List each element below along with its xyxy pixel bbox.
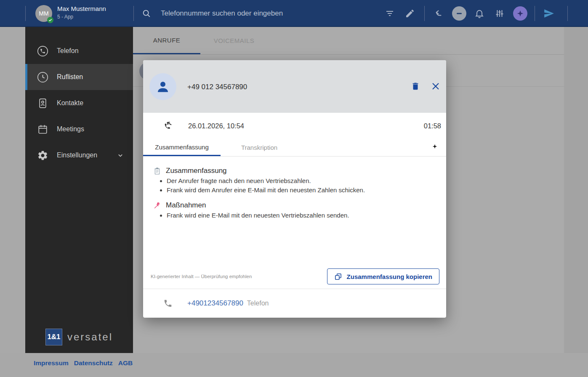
- logo-versatel: versatel: [67, 331, 113, 343]
- close-icon: [431, 81, 441, 91]
- summary-bullet: Der Anrufer fragte nach den neuen Vertri…: [167, 177, 436, 184]
- sparkle-icon: [432, 143, 438, 149]
- tab-zusammenfassung[interactable]: Zusammenfassung: [143, 139, 221, 156]
- sidebar-item-label: Ruflisten: [57, 73, 83, 81]
- clock-icon: [37, 72, 48, 83]
- notifications-bell-icon[interactable]: [474, 8, 484, 19]
- modal-tabbar: Zusammenfassung Transkription: [143, 139, 446, 157]
- call-forward-icon[interactable]: [434, 8, 444, 19]
- tab-anrufe[interactable]: ANRUFE: [133, 27, 200, 54]
- summary-bullets: Der Anrufer fragte nach den neuen Vertri…: [153, 177, 436, 194]
- sidebar-item-label: Einstellungen: [57, 151, 97, 159]
- page-right-margin: [564, 27, 588, 353]
- call-date: 26.01.2026, 10:54: [188, 122, 244, 130]
- actions-heading-row: Maßnahmen: [153, 201, 436, 210]
- user-name: Max Mustermann: [57, 5, 106, 13]
- summary-content: Zusammenfassung Der Anrufer fragte nach …: [143, 157, 446, 264]
- brand-logo: 1&1 versatel: [25, 329, 133, 345]
- link-datenschutz[interactable]: Datenschutz: [74, 359, 113, 367]
- topbar: MM Max Mustermann 5 - App: [0, 0, 588, 27]
- chevron-down-icon: [116, 151, 125, 159]
- sidebar: Telefon Ruflisten Kontakte Meetings Eins…: [25, 27, 133, 353]
- filter-icon[interactable]: [385, 8, 395, 19]
- actions-bullets: Frank wird eine E-Mail mit den neuesten …: [153, 212, 436, 219]
- contact-phone-label: Telefon: [247, 300, 269, 307]
- user-initials: MM: [39, 10, 48, 17]
- topbar-divider: [535, 6, 535, 21]
- page-footer: Impressum Datenschutz AGB: [0, 353, 588, 377]
- call-duration: 01:58: [424, 122, 441, 130]
- delete-call-button[interactable]: [411, 82, 420, 91]
- calendar-icon: [37, 124, 48, 135]
- actions-bullet: Frank wird eine E-Mail mit den neuesten …: [167, 212, 436, 219]
- do-not-disturb-icon[interactable]: [452, 6, 466, 21]
- app-window: MM Max Mustermann 5 - App: [0, 0, 588, 377]
- user-status: 5 - App: [57, 14, 106, 20]
- check-icon: [48, 18, 52, 22]
- status-online-badge: [47, 17, 53, 23]
- actions-heading: Maßnahmen: [166, 201, 206, 210]
- phone-icon: [37, 45, 48, 57]
- user-avatar[interactable]: MM: [35, 5, 52, 22]
- sidebar-item-label: Kontakte: [57, 99, 83, 107]
- phone-icon: [163, 299, 173, 308]
- copy-summary-label: Zusammenfassung kopieren: [347, 273, 432, 280]
- topbar-divider: [567, 6, 568, 21]
- footer-links: Impressum Datenschutz AGB: [34, 359, 133, 367]
- link-agb[interactable]: AGB: [118, 359, 133, 367]
- sidebar-item-label: Meetings: [57, 125, 84, 133]
- copy-summary-button[interactable]: Zusammenfassung kopieren: [327, 268, 439, 284]
- ai-disclaimer-row: KI-generierter Inhalt — Überprüfung empf…: [143, 264, 446, 289]
- topbar-divider: [133, 6, 134, 21]
- summary-heading: Zusammenfassung: [166, 167, 227, 175]
- search-icon: [142, 9, 151, 20]
- sidebar-item-kontakte[interactable]: Kontakte: [25, 90, 133, 116]
- call-meta-row: 26.01.2026, 10:54 01:58: [143, 113, 446, 139]
- contact-avatar: [149, 73, 176, 100]
- sidebar-item-ruflisten[interactable]: Ruflisten: [25, 64, 133, 90]
- ai-generated-note: KI-generierter Inhalt — Überprüfung empf…: [151, 274, 252, 279]
- tab-transkription[interactable]: Transkription: [221, 139, 298, 156]
- send-icon[interactable]: [543, 8, 554, 19]
- edit-pencil-icon[interactable]: [405, 8, 415, 19]
- search-input[interactable]: [161, 6, 371, 21]
- sidebar-item-einstellungen[interactable]: Einstellungen: [25, 142, 133, 168]
- contact-phone-number[interactable]: +4901234567890: [187, 299, 243, 308]
- link-impressum[interactable]: Impressum: [34, 359, 69, 367]
- gear-icon: [37, 150, 48, 161]
- clipboard-icon: [153, 167, 161, 175]
- modal-header: +49 012 34567890: [143, 60, 446, 113]
- topbar-divider: [25, 6, 26, 21]
- contact-card-icon: [37, 98, 48, 109]
- summary-heading-row: Zusammenfassung: [153, 167, 436, 175]
- copy-icon: [334, 273, 342, 281]
- close-modal-button[interactable]: [431, 81, 441, 91]
- ai-sparkle-icon[interactable]: [513, 6, 527, 21]
- summary-bullet: Frank wird dem Anrufer eine E-Mail mit d…: [167, 186, 436, 194]
- person-icon: [155, 79, 170, 94]
- call-list-tabbar: ANRUFE VOICEMAILS: [133, 27, 564, 55]
- sidebar-item-label: Telefon: [57, 47, 79, 55]
- logo-1und1: 1&1: [45, 329, 62, 345]
- trash-icon: [411, 82, 420, 91]
- equalizer-settings-icon[interactable]: [495, 8, 505, 19]
- pushpin-icon: [153, 202, 161, 210]
- topbar-divider: [424, 6, 425, 21]
- sidebar-item-telefon[interactable]: Telefon: [25, 38, 133, 64]
- sidebar-item-meetings[interactable]: Meetings: [25, 116, 133, 142]
- contact-phone-row: +4901234567890 Telefon: [143, 289, 446, 318]
- tab-voicemails[interactable]: VOICEMAILS: [200, 27, 268, 54]
- call-detail-modal: +49 012 34567890 26.01.2026, 10:54 01:58…: [143, 60, 446, 318]
- user-info: Max Mustermann 5 - App: [57, 5, 106, 20]
- incoming-call-icon: [163, 120, 174, 131]
- modal-phone-number: +49 012 34567890: [187, 83, 247, 91]
